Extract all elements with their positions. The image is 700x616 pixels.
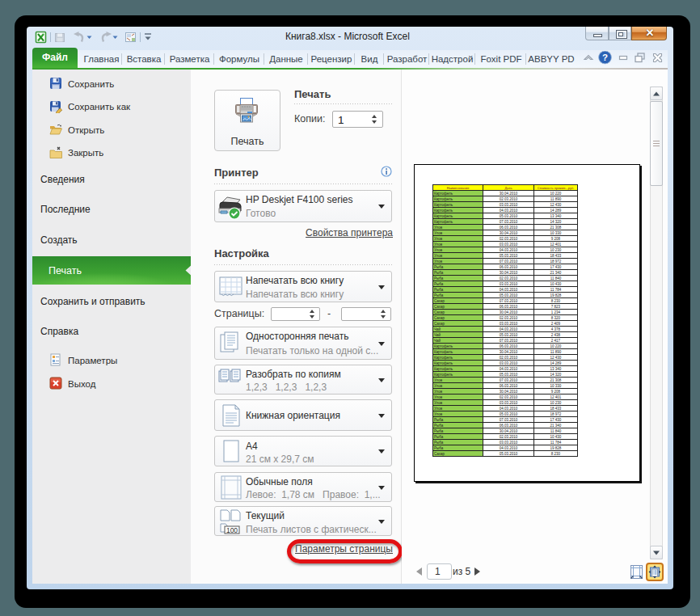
svg-text:?: ? bbox=[602, 53, 608, 62]
svg-text:100: 100 bbox=[226, 526, 238, 534]
